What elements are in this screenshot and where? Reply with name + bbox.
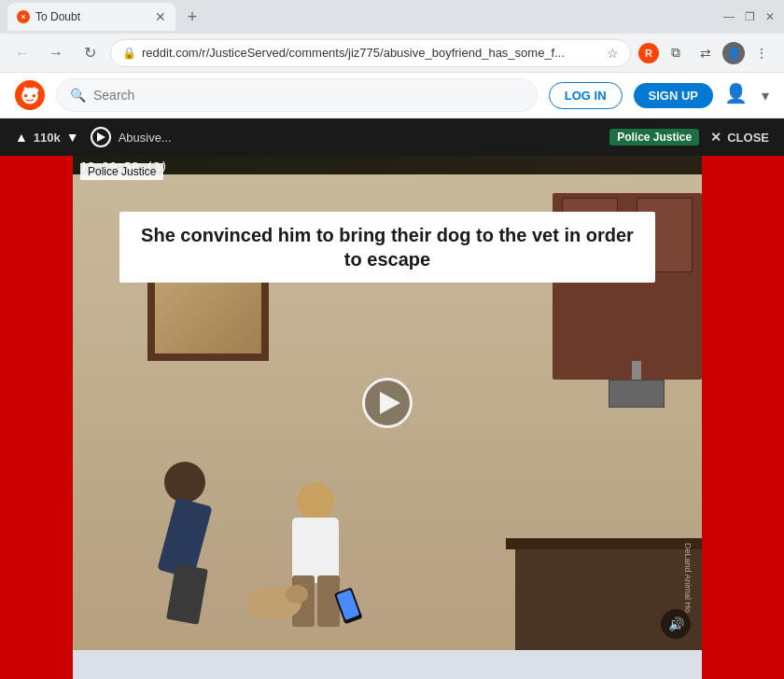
red-left-bar [0,156,73,679]
reddit-logo [15,80,45,110]
svg-point-3 [33,94,36,98]
video-watermark: DeLand Animal Ho [683,543,693,613]
svg-rect-14 [317,575,340,627]
svg-point-6 [24,87,27,90]
tab-title: To Doubt [35,10,80,23]
video-title-area: Abusive... [91,127,599,147]
login-button[interactable]: LOG IN [549,82,623,109]
reddit-header: 🔍 LOG IN SIGN UP 👤 ▾ [0,73,784,118]
vote-count: 110k [34,131,61,145]
main-content: Police Justice 19:10:58 (3) [0,156,784,650]
volume-icon: 🔊 [668,617,684,631]
tab-favicon: × [17,10,30,23]
address-bar: ← → ↻ 🔒 reddit.com/r/JusticeServed/comme… [0,34,784,73]
toolbar-icons: R ⧉ ⇄ 👤 ⋮ [638,40,775,66]
browser-chrome: × To Doubt ✕ + — ❐ ✕ ← → ↻ 🔒 reddit.com/… [0,0,784,156]
vote-area: ▲ 110k ▼ [15,130,79,145]
play-triangle-icon [97,132,105,142]
minimize-button[interactable]: — [722,10,735,23]
forward-button[interactable]: → [43,40,69,66]
close-button[interactable]: ✕ CLOSE [710,130,769,145]
video-text-overlay: She convinced him to bring their dog to … [119,212,655,283]
url-text: reddit.com/r/JusticeServed/comments/jiz7… [142,46,601,60]
user-menu-icon[interactable]: 👤 [724,82,750,108]
extensions-icon[interactable]: ⧉ [663,40,689,66]
search-input[interactable] [93,88,524,103]
cctv-background: 19:10:58 (3) [73,156,702,650]
svg-point-11 [297,482,334,520]
signup-button[interactable]: SIGN UP [634,83,713,108]
close-window-button[interactable]: ✕ [763,10,777,23]
subreddit-badge[interactable]: Police Justice [609,129,699,146]
reload-button[interactable]: ↻ [77,40,103,66]
sync-icon[interactable]: ⇄ [693,40,719,66]
video-title-text: Abusive... [119,131,172,145]
volume-button[interactable]: 🔊 [661,609,691,639]
tab-strip: × To Doubt ✕ + [7,3,719,31]
profile-avatar[interactable]: 👤 [722,42,745,64]
play-overlay-button[interactable] [362,378,413,428]
video-container: Police Justice 19:10:58 (3) [73,156,702,650]
content-wrapper: Police Justice 19:10:58 (3) [0,156,784,650]
dropdown-arrow-icon[interactable]: ▾ [762,87,769,104]
reddit-extension-icon[interactable]: R [638,43,659,63]
bookmark-icon[interactable]: ☆ [607,46,619,61]
back-button[interactable]: ← [9,40,35,66]
active-tab[interactable]: × To Doubt ✕ [7,3,175,31]
play-icon [380,392,400,414]
close-label: CLOSE [727,131,769,145]
lock-icon: 🔒 [122,47,136,60]
video-player[interactable]: 19:10:58 (3) [73,156,702,650]
svg-point-7 [33,87,35,90]
favicon-x-icon: × [21,12,25,21]
svg-point-18 [286,585,308,603]
overlay-text: She convinced him to bring their dog to … [141,225,634,270]
search-icon: 🔍 [70,88,86,103]
search-input-wrap[interactable]: 🔍 [56,78,538,112]
scene-people [73,389,689,650]
url-bar[interactable]: 🔒 reddit.com/r/JusticeServed/comments/ji… [110,39,631,67]
svg-point-8 [164,462,205,503]
red-right-bar [702,156,784,679]
subreddit-overlay-label: Police Justice [80,163,163,180]
upvote-button[interactable]: ▲ [15,130,28,145]
video-toolbar: ▲ 110k ▼ Abusive... Police Justice ✕ CLO… [0,118,784,156]
window-controls: — ❐ ✕ [722,10,777,23]
svg-point-2 [24,94,28,98]
menu-icon[interactable]: ⋮ [749,40,775,66]
maximize-button[interactable]: ❐ [743,10,756,23]
new-tab-button[interactable]: + [179,4,205,30]
close-x-icon: ✕ [710,130,721,145]
downvote-button[interactable]: ▼ [66,130,79,145]
title-bar: × To Doubt ✕ + — ❐ ✕ [0,0,784,34]
tab-close-button[interactable]: ✕ [155,9,166,24]
svg-rect-12 [292,518,339,583]
play-button-small[interactable] [91,127,111,147]
